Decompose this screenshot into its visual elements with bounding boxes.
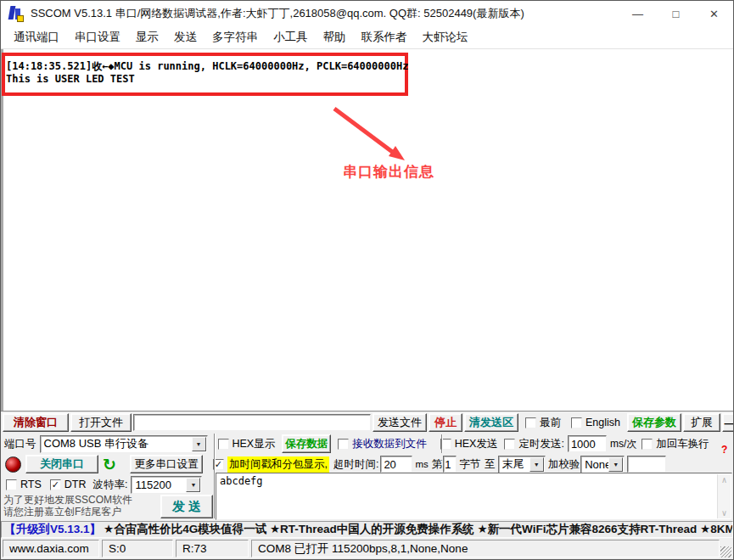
hex-display-label: HEX显示: [233, 437, 276, 451]
help-question-icon[interactable]: ?: [721, 444, 727, 456]
menu-multi-string[interactable]: 多字符串: [205, 26, 266, 48]
stop-button[interactable]: 停止: [429, 413, 462, 432]
timestamp-label: 加时间戳和分包显示,: [227, 456, 329, 473]
sscom-window: SSCOM V5.13.1 串口/网络数据调试器,作者:大虾丁丁,2618058…: [0, 0, 734, 560]
baud-label: 波特率:: [92, 478, 127, 492]
menu-comm-port[interactable]: 通讯端口: [6, 26, 67, 48]
timestamp-checkbox[interactable]: ✓ 加时间戳和分包显示,: [213, 456, 329, 473]
clear-send-area-button[interactable]: 清发送区: [464, 413, 518, 432]
resize-grip[interactable]: [720, 546, 731, 557]
hex-send-label: HEX发送: [455, 437, 498, 451]
topmost-label: 最前: [540, 416, 561, 430]
chevron-down-icon[interactable]: ▼: [192, 437, 206, 451]
send-area-scrollbar[interactable]: ∧ ∨: [717, 474, 731, 518]
byte-start-input[interactable]: 1: [443, 456, 457, 473]
send-file-button[interactable]: 发送文件: [373, 413, 427, 432]
timed-send-checkbox[interactable]: 定时发送:: [504, 437, 563, 451]
menu-contact-author[interactable]: 联系作者: [354, 26, 415, 48]
scroll-up-icon[interactable]: ∧: [721, 475, 726, 484]
english-check-icon: [571, 417, 582, 428]
marquee-bar: 【升级到V5.13.1】 ★合宙高性价比4G模块值得一试 ★RT-Thread中…: [1, 521, 733, 538]
dtr-label: DTR: [64, 479, 87, 490]
annotation-arrow-icon: [3, 49, 734, 411]
promo-line-2: 请您注册嘉立创F结尾客户: [3, 506, 158, 518]
marquee-text: ★合宙高性价比4G模块值得一试 ★RT-Thread中国人的开源免费操作系统 ★…: [104, 522, 733, 537]
window-controls: — □ ✕: [619, 1, 733, 26]
scroll-down-icon[interactable]: ∨: [721, 508, 726, 518]
extend-button[interactable]: 扩展: [683, 413, 720, 432]
save-data-button[interactable]: 保存数据: [282, 434, 331, 453]
title-bar: SSCOM V5.13.1 串口/网络数据调试器,作者:大虾丁丁,2618058…: [1, 1, 733, 26]
upgrade-link[interactable]: 【升级到V5.13.1】: [4, 522, 101, 537]
control-panel: 清除窗口 打开文件 发送文件 停止 清发送区 最前 English 保存参数 扩…: [1, 411, 733, 521]
byte-prefix-label: 第: [432, 457, 443, 472]
window-title: SSCOM V5.13.1 串口/网络数据调试器,作者:大虾丁丁,2618058…: [31, 6, 524, 21]
send-text-area[interactable]: abcdefg ∧ ∨: [216, 473, 732, 520]
topmost-checkbox[interactable]: 最前: [525, 416, 561, 430]
english-label: English: [586, 417, 620, 428]
add-crlf-check-icon: [642, 439, 653, 450]
panel-divider: [441, 434, 443, 453]
chevron-down-icon[interactable]: ▼: [186, 478, 200, 492]
file-row: 清除窗口 打开文件 发送文件 停止 清发送区 最前 English 保存参数 扩…: [3, 413, 734, 432]
collapse-button[interactable]: —: [722, 413, 734, 432]
send-text: abcdefg: [220, 475, 263, 487]
maximize-icon[interactable]: □: [657, 1, 695, 26]
port-row: 端口号 COM8 USB 串行设备 ▼ HEX显示 保存数据 接收数据到文件 H…: [3, 434, 709, 453]
checksum-select[interactable]: None ▼: [580, 456, 625, 473]
hex-display-check-icon: [218, 439, 229, 450]
range-end-select[interactable]: 末尾 ▼: [498, 456, 546, 473]
english-checkbox[interactable]: English: [571, 417, 620, 428]
close-icon[interactable]: ✕: [695, 1, 733, 26]
chevron-down-icon[interactable]: ▼: [608, 457, 623, 472]
port-label: 端口号: [4, 437, 36, 451]
timeout-input[interactable]: 20: [380, 456, 412, 473]
add-crlf-checkbox[interactable]: 加回车换行: [642, 437, 709, 451]
checksum-value: None: [585, 458, 611, 471]
range-end-value: 末尾: [502, 456, 524, 472]
hex-display-checkbox[interactable]: HEX显示: [218, 437, 276, 451]
port-select-value: COM8 USB 串行设备: [44, 436, 149, 451]
menu-tools[interactable]: 小工具: [266, 26, 316, 48]
recv-to-file-check-icon: [338, 439, 349, 450]
status-received-count: R:73: [176, 540, 249, 557]
recv-to-file-label: 接收数据到文件: [352, 437, 427, 451]
panel-divider: [214, 434, 216, 518]
baud-select[interactable]: 115200 ▼: [131, 476, 202, 494]
send-button[interactable]: 发 送: [160, 495, 213, 518]
topmost-check-icon: [525, 417, 536, 428]
recv-to-file-checkbox[interactable]: 接收数据到文件: [338, 437, 427, 451]
menu-display[interactable]: 显示: [128, 26, 166, 48]
interval-input[interactable]: 1000: [568, 435, 607, 452]
baud-value: 115200: [135, 479, 171, 491]
clear-window-button[interactable]: 清除窗口: [3, 413, 69, 432]
status-sent-count: S:0: [102, 540, 173, 557]
minimize-icon[interactable]: —: [619, 1, 657, 26]
interval-unit-label: ms/次: [610, 437, 636, 451]
open-file-button[interactable]: 打开文件: [70, 413, 132, 432]
file-path-input[interactable]: [133, 414, 371, 431]
status-website[interactable]: www.daxia.com: [3, 540, 99, 557]
checksum-display-box[interactable]: [627, 456, 666, 473]
more-serial-settings-button[interactable]: 更多串口设置: [130, 455, 203, 473]
add-crlf-label: 加回车换行: [656, 437, 709, 451]
rts-checkbox[interactable]: RTS: [6, 479, 42, 490]
receive-terminal[interactable]: [14:18:35.521]收←◆MCU is running, HCLK=64…: [1, 49, 733, 411]
serial-row: 关闭串口 ↻ 更多串口设置 ✓ 加时间戳和分包显示, 超时时间: 20 ms 第…: [3, 455, 666, 473]
chevron-down-icon[interactable]: ▼: [529, 457, 544, 472]
rts-check-icon: [6, 479, 17, 490]
port-select[interactable]: COM8 USB 串行设备 ▼: [40, 435, 208, 453]
dtr-checkbox[interactable]: ✓ DTR: [50, 479, 87, 490]
close-port-button[interactable]: 关闭串口: [25, 455, 98, 473]
menu-daxia-forum[interactable]: 大虾论坛: [415, 26, 476, 48]
menu-help[interactable]: 帮助: [316, 26, 354, 48]
timeout-unit-label: ms: [415, 459, 428, 469]
menu-serial-settings[interactable]: 串口设置: [67, 26, 128, 48]
dtr-check-icon: ✓: [50, 479, 61, 490]
menu-bar: 通讯端口 串口设置 显示 发送 多字符串 小工具 帮助 联系作者 大虾论坛: [1, 26, 733, 49]
save-params-button[interactable]: 保存参数: [627, 413, 681, 432]
hex-send-checkbox[interactable]: HEX发送: [440, 437, 498, 451]
app-icon: [8, 6, 25, 22]
menu-send[interactable]: 发送: [166, 26, 205, 48]
refresh-ports-icon[interactable]: ↻: [103, 456, 116, 473]
